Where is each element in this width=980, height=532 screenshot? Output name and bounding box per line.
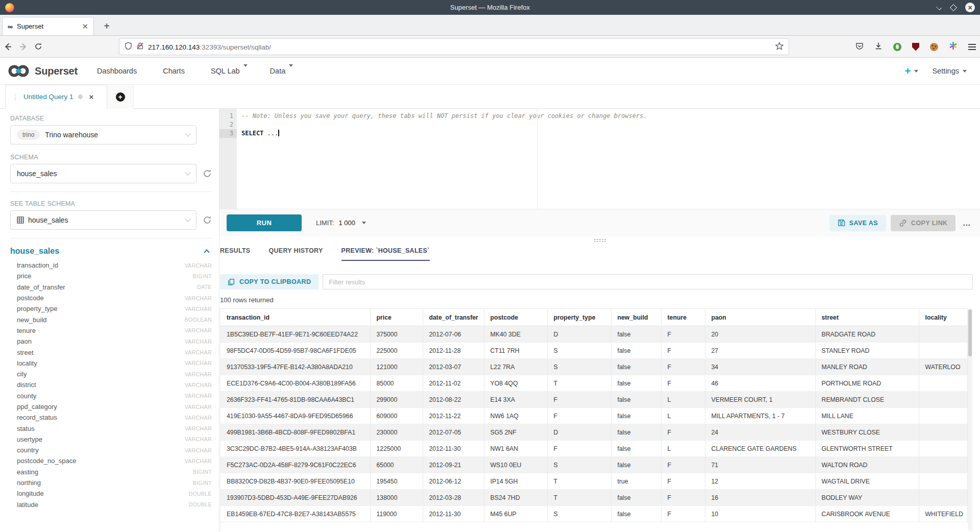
table-cell: REMBRANDT CLOSE bbox=[815, 392, 919, 408]
schema-column-row[interactable]: status VARCHAR bbox=[10, 423, 212, 433]
schema-column-row[interactable]: transaction_id VARCHAR bbox=[10, 260, 212, 271]
url-bar[interactable]: 217.160.120.143:32393/superset/sqllab/ bbox=[119, 39, 789, 55]
copy-link-button[interactable]: COPY LINK bbox=[891, 215, 955, 231]
results-vertical-scrollbar[interactable] bbox=[968, 308, 972, 530]
menu-item[interactable]: Data bbox=[270, 67, 293, 75]
extension-asterisk-icon[interactable] bbox=[949, 41, 958, 52]
schema-column-row[interactable]: ppd_category VARCHAR bbox=[10, 401, 212, 412]
schema-column-row[interactable]: price BIGINT bbox=[10, 271, 212, 281]
new-query-tab-button[interactable]: + bbox=[107, 85, 134, 109]
browser-tab[interactable]: ∞ Superset ✕ bbox=[2, 17, 94, 35]
back-icon[interactable] bbox=[0, 42, 15, 51]
save-as-button[interactable]: SAVE AS bbox=[829, 215, 886, 231]
ublock-origin-icon[interactable] bbox=[912, 43, 919, 51]
column-header[interactable]: locality bbox=[919, 309, 967, 326]
window-close-icon[interactable]: × bbox=[965, 3, 975, 12]
table-cell: 27 bbox=[705, 343, 815, 359]
schema-column-row[interactable]: postcode_no_space VARCHAR bbox=[10, 455, 212, 466]
drag-handle-icon[interactable]: ⋮ bbox=[12, 93, 19, 101]
insecure-lock-icon[interactable] bbox=[136, 42, 144, 52]
schema-column-row[interactable]: paon VARCHAR bbox=[10, 336, 212, 347]
filter-results-input[interactable] bbox=[323, 274, 973, 289]
schema-column-row[interactable]: district VARCHAR bbox=[10, 379, 212, 390]
column-header[interactable]: property_type bbox=[547, 309, 611, 326]
query-tab-active[interactable]: ⋮ Untitled Query 1 × bbox=[5, 85, 107, 109]
schema-column-row[interactable]: country VARCHAR bbox=[10, 445, 212, 455]
more-options-button[interactable]: ... bbox=[963, 219, 971, 227]
window-minimize-icon[interactable] bbox=[936, 5, 942, 10]
schema-select[interactable]: house_sales bbox=[10, 164, 197, 183]
schema-column-row[interactable]: county VARCHAR bbox=[10, 391, 212, 401]
schema-column-row[interactable]: property_type VARCHAR bbox=[10, 303, 212, 314]
superset-logo[interactable]: Superset bbox=[7, 64, 78, 78]
tracking-shield-icon[interactable] bbox=[125, 42, 132, 52]
database-select[interactable]: trino Trino warehouse bbox=[10, 125, 197, 144]
menu-item[interactable]: Charts bbox=[163, 67, 188, 75]
schema-column-row[interactable]: easting BIGINT bbox=[10, 467, 212, 477]
schema-column-row[interactable]: city VARCHAR bbox=[10, 369, 212, 379]
schema-column-row[interactable]: date_of_transfer DATE bbox=[10, 282, 212, 293]
scrollbar-thumb[interactable] bbox=[968, 309, 972, 356]
refresh-schema-icon[interactable] bbox=[203, 169, 212, 178]
column-header[interactable]: price bbox=[370, 309, 423, 326]
schema-column-row[interactable]: tenure VARCHAR bbox=[10, 325, 212, 336]
schema-column-row[interactable]: latitude DOUBLE bbox=[10, 499, 212, 510]
pane-splitter[interactable] bbox=[219, 236, 980, 244]
cookie-extension-icon[interactable] bbox=[930, 43, 938, 51]
sql-editor[interactable]: 123 -- Note: Unless you save your query,… bbox=[219, 109, 973, 209]
schema-column-row[interactable]: postcode VARCHAR bbox=[10, 293, 212, 303]
menu-item[interactable]: Dashboards bbox=[97, 67, 140, 75]
collapse-chevron-icon[interactable] bbox=[204, 249, 209, 255]
table-cell: F bbox=[547, 441, 611, 457]
column-header[interactable]: street bbox=[815, 309, 919, 326]
table-cell: 225000 bbox=[370, 343, 423, 359]
window-maximize-icon[interactable] bbox=[950, 4, 957, 11]
column-header[interactable]: postcode bbox=[484, 309, 547, 326]
query-tab-close-icon[interactable]: × bbox=[89, 92, 94, 101]
schema-column-row[interactable]: new_build BOOLEAN bbox=[10, 314, 212, 325]
table-cell: T bbox=[547, 490, 611, 506]
column-header[interactable]: paon bbox=[705, 309, 815, 326]
downloads-icon[interactable] bbox=[874, 42, 883, 52]
schema-column-row[interactable]: street VARCHAR bbox=[10, 347, 212, 357]
refresh-table-icon[interactable] bbox=[203, 215, 212, 225]
results-tab[interactable]: PREVIEW: `HOUSE_SALES` bbox=[341, 247, 430, 261]
run-button[interactable]: RUN bbox=[227, 214, 302, 231]
limit-control[interactable]: LIMIT: 1 000 bbox=[316, 219, 366, 227]
new-tab-button[interactable]: + bbox=[100, 19, 113, 33]
add-new-button[interactable]: + bbox=[904, 65, 918, 77]
table-cell: 230000 bbox=[370, 424, 423, 441]
forward-icon[interactable] bbox=[15, 42, 31, 51]
table-cell: 65000 bbox=[370, 457, 423, 473]
results-tab[interactable]: QUERY HISTORY bbox=[269, 247, 323, 260]
editor-code[interactable]: -- Note: Unless you save your query, the… bbox=[237, 109, 973, 209]
table-cell: 2012-11-30 bbox=[423, 441, 484, 457]
schema-column-row[interactable]: longitude DOUBLE bbox=[10, 488, 212, 499]
column-header[interactable]: date_of_transfer bbox=[423, 309, 484, 326]
schema-column-row[interactable]: locality VARCHAR bbox=[10, 358, 212, 369]
menu-item[interactable]: SQL Lab bbox=[211, 67, 248, 75]
table-cell: 16 bbox=[705, 490, 815, 506]
table-row: 2636F323-FF41-4765-81DB-98CAA6A43BC12990… bbox=[220, 392, 967, 408]
bookmark-star-icon[interactable] bbox=[775, 42, 783, 52]
table-cell: 2012-11-22 bbox=[423, 408, 484, 424]
table-cell bbox=[919, 408, 967, 424]
tab-close-icon[interactable]: ✕ bbox=[82, 22, 88, 31]
schema-column-row[interactable]: northing BIGINT bbox=[10, 477, 212, 488]
privacy-badger-icon[interactable] bbox=[893, 43, 901, 51]
menu-hamburger-icon[interactable] bbox=[968, 44, 976, 50]
column-header[interactable]: transaction_id bbox=[220, 309, 370, 326]
schema-column-row[interactable]: record_status VARCHAR bbox=[10, 412, 212, 423]
table-cell: 71 bbox=[705, 457, 815, 473]
table-cell: 121000 bbox=[370, 359, 423, 375]
settings-menu[interactable]: Settings bbox=[933, 67, 967, 75]
table-cell: 375000 bbox=[370, 326, 423, 343]
schema-column-row[interactable]: usertype VARCHAR bbox=[10, 434, 212, 445]
column-header[interactable]: tenure bbox=[661, 309, 705, 326]
pocket-icon[interactable] bbox=[855, 42, 864, 52]
copy-to-clipboard-button[interactable]: COPY TO CLIPBOARD bbox=[220, 274, 318, 289]
column-header[interactable]: new_build bbox=[611, 309, 661, 326]
reload-icon[interactable] bbox=[31, 42, 46, 51]
results-tab[interactable]: RESULTS bbox=[220, 247, 251, 260]
table-select[interactable]: house_sales bbox=[10, 210, 197, 230]
